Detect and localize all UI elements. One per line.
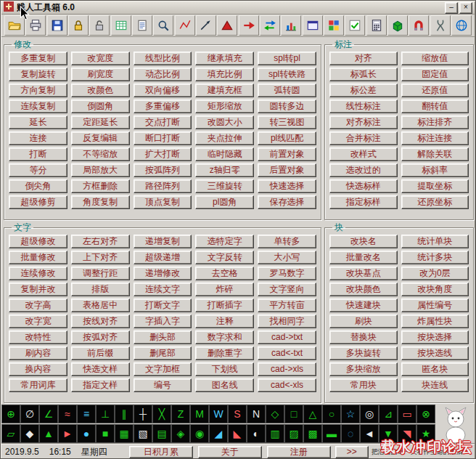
cad-icon[interactable]: M [190,405,209,423]
arrow-icon[interactable] [196,15,216,36]
cad-icon[interactable]: S [228,405,247,423]
button-modify-临时隐藏[interactable]: 临时隐藏 [195,147,254,161]
button-text-排版[interactable]: 排版 [71,283,130,296]
button-modify-圆转多边[interactable]: 圆转多边 [258,99,316,113]
status-button-注册[interactable]: 注册 [267,446,331,458]
button-text-去空格[interactable]: 去空格 [195,267,254,280]
button-modify-spl转pl[interactable]: spl转pl [258,52,316,65]
button-modify-打断[interactable]: 打断 [9,147,67,161]
button-modify-多重复制[interactable]: 多重复制 [9,52,67,65]
button-block-替换块[interactable]: 替换块 [329,330,398,344]
cad-icon[interactable]: W [209,405,228,423]
button-text-递增修改[interactable]: 递增修改 [134,267,192,280]
open-folder-icon[interactable] [4,15,25,36]
button-modify-线型比例[interactable]: 线型比例 [134,52,192,65]
button-text-表格居中[interactable]: 表格居中 [71,298,130,312]
palette-icon[interactable] [324,15,344,36]
button-dimension-还原值[interactable]: 还原值 [401,84,469,97]
cad-icon[interactable]: △ [303,405,322,423]
cad-icon[interactable]: ≡ [77,405,96,423]
button-block-统计单块[interactable]: 统计单块 [401,235,469,248]
button-modify-等分[interactable]: 等分 [9,163,67,177]
button-modify-扩大打断[interactable]: 扩大打断 [134,147,192,161]
cad-icon[interactable]: ▼ [379,424,398,443]
lock-icon[interactable] [68,15,89,36]
button-dimension-标公差[interactable]: 标公差 [329,84,398,97]
button-text-超级修改[interactable]: 超级修改 [9,235,67,248]
button-modify-定距延长[interactable]: 定距延长 [71,115,130,129]
button-dimension-标斜率[interactable]: 标斜率 [401,163,469,177]
cad-icon[interactable]: ◆ [20,424,39,443]
button-text-改字宽[interactable]: 改字宽 [9,314,67,328]
document-icon[interactable] [132,15,152,36]
button-text-炸碎[interactable]: 炸碎 [195,283,254,296]
button-modify-改圆大小[interactable]: 改圆大小 [195,115,254,129]
button-text-批量修改[interactable]: 批量修改 [9,251,67,264]
check-icon[interactable] [345,15,365,36]
button-modify-pl线匹配[interactable]: pl线匹配 [258,131,316,145]
button-text-cad<-txt[interactable]: cad<-txt [258,346,316,360]
button-modify-pl圆角[interactable]: pl圆角 [195,195,254,209]
button-modify-夹点拉伸[interactable]: 夹点拉伸 [195,131,254,145]
button-text-单转多[interactable]: 单转多 [258,235,316,248]
button-dimension-改样式[interactable]: 改样式 [329,147,398,161]
titlebar[interactable]: 贱人工具箱 6.0 – × [1,1,475,15]
button-text-cad<-xls[interactable]: cad<-xls [258,378,316,392]
button-block-匿名块[interactable]: 匿名块 [401,362,469,376]
button-dimension-提取坐标[interactable]: 提取坐标 [401,179,469,193]
button-text-指定文样[interactable]: 指定文样 [71,378,130,392]
button-modify-倒尖角[interactable]: 倒尖角 [9,179,67,193]
button-text-cad->txt[interactable]: cad->txt [258,330,316,344]
cad-icon[interactable]: ⊿ [379,405,398,423]
button-dimension-缩放值[interactable]: 缩放值 [401,52,469,65]
unlock-icon[interactable] [89,15,110,36]
button-text-文字加框[interactable]: 文字加框 [134,362,192,376]
cad-icon[interactable]: Z [171,405,190,423]
button-block-常用块[interactable]: 常用块 [329,378,398,392]
button-modify-延长[interactable]: 延长 [9,115,67,129]
button-text-大小写[interactable]: 大小写 [258,251,316,264]
printer-icon[interactable] [25,15,46,36]
button-modify-转三视图[interactable]: 转三视图 [258,115,316,129]
button-text-编号[interactable]: 编号 [134,378,192,392]
cad-icon[interactable]: ▬ [322,424,341,443]
button-modify-路径阵列[interactable]: 路径阵列 [134,179,192,193]
cad-icon[interactable]: ◉ [190,424,209,443]
button-modify-顶点复制[interactable]: 顶点复制 [134,195,192,209]
button-text-快选文样[interactable]: 快选文样 [71,362,130,376]
button-block-改块名[interactable]: 改块名 [329,235,398,248]
button-modify-交点打断[interactable]: 交点打断 [134,115,192,129]
button-text-下划线[interactable]: 下划线 [195,362,254,376]
button-modify-连接[interactable]: 连接 [9,131,67,145]
button-text-文字竖向[interactable]: 文字竖向 [258,283,316,296]
status-button-日积月累[interactable]: 日积月累 [129,446,193,458]
button-block-多块缩放[interactable]: 多块缩放 [329,362,398,376]
button-text-复制并改[interactable]: 复制并改 [9,283,67,296]
button-dimension-线性标注[interactable]: 线性标注 [329,99,398,113]
button-modify-双向偏移[interactable]: 双向偏移 [134,84,192,97]
button-text-文字反转[interactable]: 文字反转 [195,251,254,264]
button-text-连续修改[interactable]: 连续修改 [9,267,67,280]
cad-icon[interactable]: ▩ [303,424,322,443]
button-modify-快速选择[interactable]: 快速选择 [258,179,316,193]
button-block-统计多块[interactable]: 统计多块 [401,251,469,264]
button-text-按弧对齐[interactable]: 按弧对齐 [71,330,130,344]
button-dimension-合并标注[interactable]: 合并标注 [329,131,398,145]
button-modify-多重偏移[interactable]: 多重偏移 [134,99,192,113]
button-modify-角度复制[interactable]: 角度复制 [71,195,130,209]
red-arrow-icon[interactable] [239,15,259,36]
button-block-改块角度[interactable]: 改块角度 [401,283,469,296]
cad-icon[interactable]: ◌ [341,424,360,443]
button-text-打断文字[interactable]: 打断文字 [134,298,192,312]
cad-icon[interactable]: □ [284,405,303,423]
chart-icon[interactable] [281,15,301,36]
button-text-字插入字[interactable]: 字插入字 [134,314,192,328]
button-text-删除重字[interactable]: 删除重字 [195,346,254,360]
table-icon[interactable] [111,15,131,36]
cad-icon[interactable]: ★ [416,424,435,443]
cad-icon[interactable]: ▧ [134,424,152,443]
button-dimension-固定值[interactable]: 固定值 [401,68,469,81]
button-dimension-标注连接[interactable]: 标注连接 [401,131,469,145]
cad-icon[interactable]: ◈ [171,424,190,443]
cad-icon[interactable]: ▭ [398,405,416,423]
